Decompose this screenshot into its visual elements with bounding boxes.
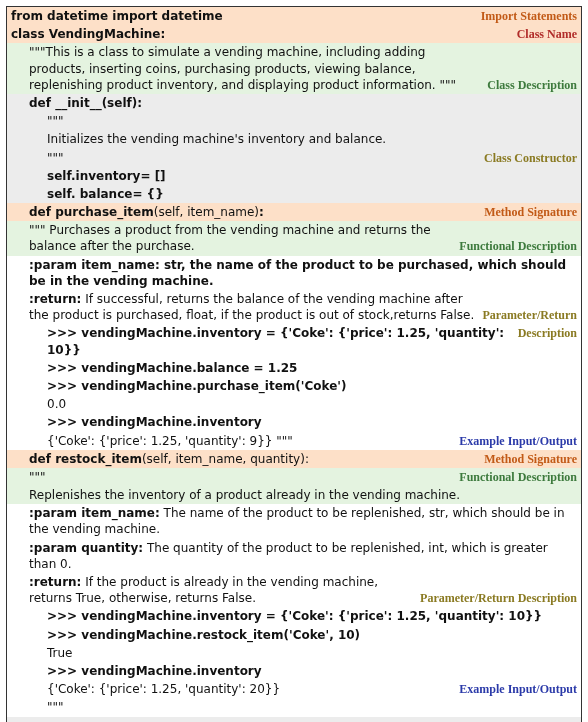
m2-ex3-row: True	[7, 644, 581, 662]
m2-ex1-row: >>> vendingMachine.inventory = {'Coke': …	[7, 607, 581, 625]
m1-param: :param item_name: str, the name of the p…	[11, 257, 577, 289]
tag-description-word: Description	[518, 325, 577, 341]
init-body1: self.inventory= []	[11, 168, 577, 184]
init-doc-close-row: """ Class Constructor	[7, 149, 581, 167]
import-line: from datetime import datetime	[11, 8, 475, 24]
ellipsis: ...	[11, 718, 577, 723]
m2-doc-close-row: """	[7, 698, 581, 716]
ellipsis-row: ...	[7, 717, 581, 723]
m1-ex1-row: >>> vendingMachine.inventory = {'Coke': …	[7, 324, 581, 358]
m2-param2-row: :param quantity: The quantity of the pro…	[7, 539, 581, 573]
m2-param1-row: :param item_name: The name of the produc…	[7, 504, 581, 538]
init-body2: self. balance= {}	[11, 186, 577, 202]
m1-param-row: :param item_name: str, the name of the p…	[7, 256, 581, 290]
m2-ex4: >>> vendingMachine.inventory	[11, 663, 577, 679]
m2-doc-open: """	[11, 469, 453, 485]
m1-sig: def purchase_item(self, item_name):	[11, 204, 478, 220]
tag-param-return-1: Parameter/Return	[482, 307, 577, 323]
m1-ex4-row: 0.0	[7, 395, 581, 413]
tag-method-signature-1: Method Signature	[484, 204, 577, 220]
init-sig-row: def __init__(self):	[7, 94, 581, 112]
tag-functional-description-1: Functional Description	[459, 238, 577, 254]
m2-param1: :param item_name: The name of the produc…	[11, 505, 577, 537]
tag-method-signature-2: Method Signature	[484, 451, 577, 467]
m2-ex5-row: {'Coke': {'price': 1.25, 'quantity': 20}…	[7, 680, 581, 698]
m2-ex2-row: >>> vendingMachine.restock_item('Coke', …	[7, 626, 581, 644]
m2-ex3: True	[11, 645, 577, 661]
m2-sig: def restock_item(self, item_name, quanti…	[11, 451, 478, 467]
tag-example-io-2: Example Input/Output	[459, 681, 577, 697]
m1-ex2: >>> vendingMachine.balance = 1.25	[11, 360, 577, 376]
import-row: from datetime import datetime Import Sta…	[7, 7, 581, 25]
m2-return: :return: If the product is already in th…	[11, 574, 414, 606]
m1-doc-row: """ Purchases a product from the vending…	[7, 221, 581, 255]
m1-doc: """ Purchases a product from the vending…	[11, 222, 453, 254]
class-doc: """This is a class to simulate a vending…	[11, 44, 481, 93]
init-doc-close: """	[11, 150, 478, 166]
m2-ex5: {'Coke': {'price': 1.25, 'quantity': 20}…	[11, 681, 453, 697]
tag-functional-description-2: Functional Description	[459, 469, 577, 485]
tag-example-io-1: Example Input/Output	[459, 433, 577, 449]
class-def: class VendingMachine:	[11, 26, 511, 42]
m1-ex3-row: >>> vendingMachine.purchase_item('Coke')	[7, 377, 581, 395]
m2-param2: :param quantity: The quantity of the pro…	[11, 540, 577, 572]
m1-ex6: {'Coke': {'price': 1.25, 'quantity': 9}}…	[11, 433, 453, 449]
m1-ex5-row: >>> vendingMachine.inventory	[7, 413, 581, 431]
m1-ex4: 0.0	[11, 396, 577, 412]
init-doc-line: Initializes the vending machine's invent…	[11, 131, 577, 147]
class-skeleton-box: from datetime import datetime Import Sta…	[6, 6, 582, 722]
m2-ex1: >>> vendingMachine.inventory = {'Coke': …	[11, 608, 577, 624]
m2-return-row: :return: If the product is already in th…	[7, 573, 581, 607]
m1-ex5: >>> vendingMachine.inventory	[11, 414, 577, 430]
m2-ex4-row: >>> vendingMachine.inventory	[7, 662, 581, 680]
class-doc-row: """This is a class to simulate a vending…	[7, 43, 581, 94]
m1-ex3: >>> vendingMachine.purchase_item('Coke')	[11, 378, 577, 394]
m1-return: :return: If successful, returns the bala…	[11, 291, 476, 323]
m2-ex2: >>> vendingMachine.restock_item('Coke', …	[11, 627, 577, 643]
init-sig: def __init__(self):	[11, 95, 577, 111]
m1-sig-row: def purchase_item(self, item_name): Meth…	[7, 203, 581, 221]
m2-doc-close: """	[11, 699, 577, 715]
init-doc-row: Initializes the vending machine's invent…	[7, 130, 581, 148]
init-body1-row: self.inventory= []	[7, 167, 581, 185]
m2-doc: Replenishes the inventory of a product a…	[11, 487, 577, 503]
tag-class-name: Class Name	[517, 26, 577, 42]
tag-class-constructor: Class Constructor	[484, 150, 577, 166]
init-doc-open-row: """	[7, 112, 581, 130]
class-def-row: class VendingMachine: Class Name	[7, 25, 581, 43]
m1-return-row: :return: If successful, returns the bala…	[7, 290, 581, 324]
init-body2-row: self. balance= {}	[7, 185, 581, 203]
m2-sig-row: def restock_item(self, item_name, quanti…	[7, 450, 581, 468]
tag-import-statements: Import Statements	[481, 8, 577, 24]
m2-doc-open-row: """ Functional Description	[7, 468, 581, 486]
tag-param-return-2: Parameter/Return Description	[420, 590, 577, 606]
m1-ex1: >>> vendingMachine.inventory = {'Coke': …	[11, 325, 512, 357]
tag-class-description: Class Description	[487, 77, 577, 93]
m2-doc-row: Replenishes the inventory of a product a…	[7, 486, 581, 504]
init-doc-open: """	[11, 113, 577, 129]
m1-ex2-row: >>> vendingMachine.balance = 1.25	[7, 359, 581, 377]
m1-ex6-row: {'Coke': {'price': 1.25, 'quantity': 9}}…	[7, 432, 581, 450]
